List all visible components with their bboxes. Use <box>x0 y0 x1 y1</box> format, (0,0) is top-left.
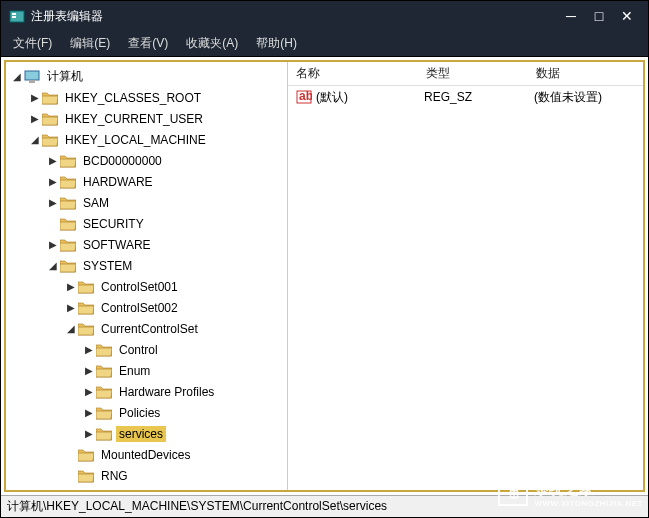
node-label: SECURITY <box>80 216 147 232</box>
column-data[interactable]: 数据 <box>528 61 643 86</box>
watermark: ⊞ 系统之家 WWW.XITONGZHIJIA.NET <box>498 480 643 508</box>
menubar: 文件(F) 编辑(E) 查看(V) 收藏夹(A) 帮助(H) <box>1 31 648 57</box>
values-list: 名称 类型 数据 ab (默认) REG_SZ (数值未设置) <box>288 62 643 490</box>
window-title: 注册表编辑器 <box>31 8 564 25</box>
tree-node-hkcr[interactable]: ▶ HKEY_CLASSES_ROOT <box>6 87 287 108</box>
list-body[interactable]: ab (默认) REG_SZ (数值未设置) <box>288 86 643 490</box>
svg-rect-3 <box>25 71 39 80</box>
watermark-url: WWW.XITONGZHIJIA.NET <box>534 499 643 508</box>
tree-node-services[interactable]: ▶ services <box>6 423 287 444</box>
folder-icon <box>78 490 94 491</box>
expander-icon[interactable]: ▶ <box>82 385 96 399</box>
node-label: Select <box>98 489 137 491</box>
node-label: Control <box>116 342 161 358</box>
folder-icon <box>42 112 58 126</box>
svg-rect-4 <box>29 80 35 83</box>
watermark-text: 系统之家 <box>534 480 643 499</box>
expander-icon[interactable]: ▶ <box>82 343 96 357</box>
folder-icon <box>96 364 112 378</box>
tree-node-rng[interactable]: RNG <box>6 465 287 486</box>
regedit-window: 注册表编辑器 ─ □ ✕ 文件(F) 编辑(E) 查看(V) 收藏夹(A) 帮助… <box>0 0 649 518</box>
column-name[interactable]: 名称 <box>288 61 418 86</box>
tree-node-cs002[interactable]: ▶ ControlSet002 <box>6 297 287 318</box>
spacer-icon <box>64 448 78 462</box>
menu-view[interactable]: 查看(V) <box>120 32 176 55</box>
expander-icon[interactable]: ▶ <box>28 112 42 126</box>
app-icon <box>9 8 25 24</box>
folder-icon <box>78 448 94 462</box>
node-label: Policies <box>116 405 163 421</box>
menu-file[interactable]: 文件(F) <box>5 32 60 55</box>
computer-icon <box>24 70 40 84</box>
expander-icon[interactable]: ◢ <box>28 133 42 147</box>
svg-rect-2 <box>12 16 16 18</box>
folder-icon <box>60 217 76 231</box>
watermark-logo: ⊞ <box>498 482 528 506</box>
list-header: 名称 类型 数据 <box>288 62 643 86</box>
tree-node-policies[interactable]: ▶ Policies <box>6 402 287 423</box>
expander-icon[interactable]: ▶ <box>64 301 78 315</box>
tree-node-software[interactable]: ▶ SOFTWARE <box>6 234 287 255</box>
status-path: 计算机\HKEY_LOCAL_MACHINE\SYSTEM\CurrentCon… <box>7 498 387 515</box>
tree-node-system[interactable]: ◢ SYSTEM <box>6 255 287 276</box>
folder-icon <box>60 175 76 189</box>
folder-icon <box>78 322 94 336</box>
tree-node-hardware[interactable]: ▶ HARDWARE <box>6 171 287 192</box>
node-label: 计算机 <box>44 67 86 86</box>
titlebar[interactable]: 注册表编辑器 ─ □ ✕ <box>1 1 648 31</box>
expander-icon[interactable]: ▶ <box>82 406 96 420</box>
tree-node-hwprofiles[interactable]: ▶ Hardware Profiles <box>6 381 287 402</box>
folder-icon <box>60 238 76 252</box>
tree-node-bcd[interactable]: ▶ BCD00000000 <box>6 150 287 171</box>
tree-node-enum[interactable]: ▶ Enum <box>6 360 287 381</box>
expander-icon[interactable]: ▶ <box>46 154 60 168</box>
tree-node-hkcu[interactable]: ▶ HKEY_CURRENT_USER <box>6 108 287 129</box>
expander-icon[interactable]: ▶ <box>82 427 96 441</box>
tree-node-root[interactable]: ◢ 计算机 <box>6 66 287 87</box>
column-type[interactable]: 类型 <box>418 61 528 86</box>
tree-node-cs001[interactable]: ▶ ControlSet001 <box>6 276 287 297</box>
value-row[interactable]: ab (默认) REG_SZ (数值未设置) <box>288 86 643 108</box>
menu-help[interactable]: 帮助(H) <box>248 32 305 55</box>
tree-node-sam[interactable]: ▶ SAM <box>6 192 287 213</box>
expander-icon[interactable]: ▶ <box>46 238 60 252</box>
string-value-icon: ab <box>296 89 312 105</box>
svg-text:ab: ab <box>299 89 312 103</box>
folder-icon <box>96 406 112 420</box>
tree-node-security[interactable]: SECURITY <box>6 213 287 234</box>
value-data: (数值未设置) <box>534 89 643 106</box>
value-type: REG_SZ <box>424 90 534 104</box>
expander-icon[interactable]: ▶ <box>64 280 78 294</box>
spacer-icon <box>46 217 60 231</box>
expander-icon[interactable]: ◢ <box>10 70 24 84</box>
expander-icon[interactable]: ▶ <box>46 196 60 210</box>
tree-node-mounted[interactable]: MountedDevices <box>6 444 287 465</box>
tree-node-control[interactable]: ▶ Control <box>6 339 287 360</box>
node-label: Enum <box>116 363 153 379</box>
content-area: ◢ 计算机 ▶ HKEY_CLASSES_ROOT ▶ HKEY_CURRENT… <box>4 60 645 492</box>
node-label: ControlSet002 <box>98 300 181 316</box>
node-label: CurrentControlSet <box>98 321 201 337</box>
value-name: (默认) <box>316 89 424 106</box>
menu-favorites[interactable]: 收藏夹(A) <box>178 32 246 55</box>
expander-icon[interactable]: ◢ <box>64 322 78 336</box>
folder-icon <box>42 91 58 105</box>
tree-node-hklm[interactable]: ◢ HKEY_LOCAL_MACHINE <box>6 129 287 150</box>
folder-icon <box>60 196 76 210</box>
node-label: HARDWARE <box>80 174 156 190</box>
expander-icon[interactable]: ▶ <box>46 175 60 189</box>
registry-tree[interactable]: ◢ 计算机 ▶ HKEY_CLASSES_ROOT ▶ HKEY_CURRENT… <box>6 62 288 490</box>
close-button[interactable]: ✕ <box>620 9 634 23</box>
menu-edit[interactable]: 编辑(E) <box>62 32 118 55</box>
window-controls: ─ □ ✕ <box>564 9 640 23</box>
tree-node-ccs[interactable]: ◢ CurrentControlSet <box>6 318 287 339</box>
maximize-button[interactable]: □ <box>592 9 606 23</box>
folder-icon <box>60 259 76 273</box>
tree-node-select[interactable]: Select <box>6 486 287 490</box>
expander-icon[interactable]: ◢ <box>46 259 60 273</box>
expander-icon[interactable]: ▶ <box>82 364 96 378</box>
minimize-button[interactable]: ─ <box>564 9 578 23</box>
folder-icon <box>42 133 58 147</box>
folder-icon <box>78 469 94 483</box>
expander-icon[interactable]: ▶ <box>28 91 42 105</box>
